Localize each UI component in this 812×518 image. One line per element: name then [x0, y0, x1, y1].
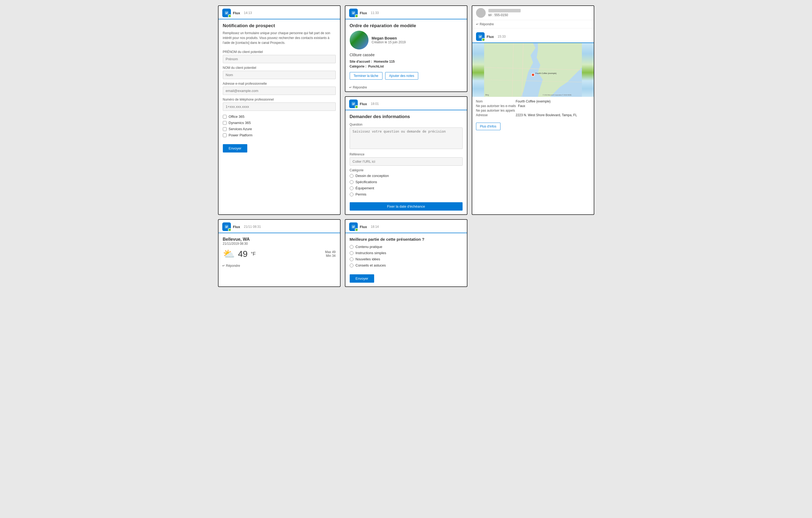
svg-text:Bing: Bing — [485, 94, 489, 96]
flux-icon-5 — [476, 32, 485, 41]
card5-flux-header: Flux 15:33 — [472, 30, 594, 43]
map-email-label: Ne pas autoriser les e-mails — [476, 104, 516, 108]
radio-equipement-input[interactable] — [350, 186, 353, 190]
weather-temperature: 49 — [238, 249, 248, 259]
checkbox-powerplatform-input[interactable] — [223, 133, 227, 137]
svg-text:Fourth Coffee (exemple): Fourth Coffee (exemple) — [535, 72, 557, 75]
svg-rect-12 — [352, 102, 355, 106]
poll-radio-3[interactable] — [350, 257, 353, 261]
map-email-value: Faux — [518, 104, 525, 108]
card2-reply[interactable]: ↵ Répondre — [345, 83, 467, 91]
repair-person-name: Megan Bowen — [372, 36, 406, 40]
checkbox-azure-input[interactable] — [223, 127, 227, 131]
repair-person-info: Megan Bowen Création le 15 juin 2019 — [372, 36, 406, 44]
radio-equipement[interactable]: Équipement — [350, 186, 463, 190]
checkbox-powerplatform[interactable]: Power Platform — [223, 133, 336, 137]
contact-avatar — [476, 8, 486, 18]
map-row-nom: Nom Fourth Coffee (exemple) — [476, 100, 590, 103]
input-email[interactable] — [223, 87, 336, 95]
checkbox-azure-label: Services Azure — [229, 127, 252, 131]
card3-title: Demander des informations — [350, 114, 463, 119]
more-info-button[interactable]: Plus d'infos — [476, 122, 500, 130]
card6-title: Meilleure partie de cette présentation ? — [350, 237, 463, 242]
card-notification-prospect: Flux 14:13 Notification de prospect Remp… — [218, 5, 341, 215]
card1-body: Notification de prospect Remplissez un f… — [219, 19, 340, 156]
card4-header: Flux 21/11 08:31 — [219, 220, 340, 233]
poll-radio-2[interactable] — [350, 251, 353, 255]
label-email: Adresse e-mail professionnelle — [223, 82, 336, 85]
card1-time: 14:13 — [244, 11, 252, 15]
svg-rect-2 — [478, 35, 482, 38]
card3-category-label: Catégorie — [350, 168, 463, 172]
checkbox-dynamics365[interactable]: Dynamics 365 — [223, 121, 336, 125]
card3-reference-label: Référence — [350, 153, 463, 156]
weather-unit: °F — [251, 251, 256, 257]
input-nom[interactable] — [223, 71, 336, 79]
contact-info: tél : 555-0150 — [488, 9, 521, 17]
svg-rect-0 — [225, 11, 229, 15]
card4-body: Bellevue, WA 21/11/2019 08:30 ⛅ 49 °F Ma… — [219, 233, 340, 262]
card-info-request: Flux 18:01 Demander des informations Que… — [345, 96, 467, 215]
card6-radio-group: Contenu pratique Instructions simples No… — [350, 245, 463, 267]
map-row-email: Ne pas autoriser les e-mails Faux — [476, 104, 590, 108]
radio-dessin-label: Dessin de conception — [356, 174, 389, 178]
card4-reply[interactable]: ↵ Répondre — [219, 262, 340, 270]
radio-specs-input[interactable] — [350, 180, 353, 184]
radio-permis-input[interactable] — [350, 193, 353, 196]
checkbox-office365-input[interactable] — [223, 115, 227, 118]
radio-permis[interactable]: Permis — [350, 192, 463, 196]
card2-time: 11:33 — [371, 11, 379, 15]
card2-reply-label: Répondre — [353, 85, 367, 89]
contact-reply-label: Répondre — [480, 22, 494, 26]
card1-app-name: Flux — [233, 11, 240, 15]
svg-rect-14 — [352, 225, 355, 228]
radio-dessin-input[interactable] — [350, 174, 353, 178]
card6-body: Meilleure partie de cette présentation ?… — [345, 233, 467, 287]
card1-header: Flux 14:13 — [219, 6, 340, 19]
add-notes-button[interactable]: Ajouter des notes — [385, 72, 418, 80]
map-adresse-value: 2223 N. West Shore Boulevard, Tampa, FL — [516, 113, 577, 117]
radio-specs[interactable]: Spécifications — [350, 180, 463, 184]
poll-radio-1[interactable] — [350, 245, 353, 249]
card3-question-label: Question — [350, 122, 463, 127]
field-nom: NOM du client potentiel — [223, 66, 336, 79]
repair-issue: Clôture cassée — [350, 53, 463, 57]
card1-submit-button[interactable]: Envoyer — [223, 144, 248, 153]
poll-option-1[interactable]: Contenu pratique — [350, 245, 463, 249]
checkbox-office365[interactable]: Office 365 — [223, 115, 336, 118]
contact-reply[interactable]: ↵ Répondre — [472, 20, 594, 28]
svg-rect-1 — [352, 11, 355, 15]
repair-category-value: PunchList — [368, 64, 384, 68]
card2-header: Flux 11:33 — [345, 6, 467, 19]
repair-category-label: Catégorie : — [350, 64, 367, 68]
radio-dessin[interactable]: Dessin de conception — [350, 174, 463, 178]
map-nom-label: Nom — [476, 100, 514, 103]
card3-question-input[interactable] — [350, 128, 463, 149]
flux-icon-6 — [349, 222, 358, 231]
card3-header: Flux 18:01 — [345, 97, 467, 110]
card6-submit-button[interactable]: Envoyer — [350, 274, 374, 283]
poll-label-4: Conseils et astuces — [356, 263, 386, 267]
poll-radio-4[interactable] — [350, 264, 353, 267]
map-svg: Fourth Coffee (exemple) Bing © 2019 Micr… — [472, 43, 594, 97]
card4-reply-label: Répondre — [226, 264, 240, 268]
poll-label-1: Contenu pratique — [356, 245, 382, 249]
input-phone[interactable] — [223, 103, 336, 111]
contact-header: tél : 555-0150 — [472, 6, 594, 20]
card3-reference-input[interactable] — [350, 157, 463, 166]
checkbox-dynamics365-input[interactable] — [223, 121, 227, 125]
map-appel-label: Ne pas autoriser les appels — [476, 109, 515, 112]
checkbox-azure[interactable]: Services Azure — [223, 127, 336, 131]
poll-option-2[interactable]: Instructions simples — [350, 251, 463, 255]
contact-phone: tél : 555-0150 — [488, 13, 521, 17]
poll-option-3[interactable]: Nouvelles idées — [350, 257, 463, 261]
deadline-button[interactable]: Fixer la date d'échéance — [350, 202, 463, 211]
card3-time: 18:01 — [371, 102, 379, 106]
label-nom: NOM du client potentiel — [223, 66, 336, 70]
input-prenom[interactable] — [223, 55, 336, 63]
card-weather: Flux 21/11 08:31 Bellevue, WA 21/11/2019… — [218, 219, 341, 287]
complete-task-button[interactable]: Terminer la tâche — [350, 72, 382, 80]
poll-option-4[interactable]: Conseils et astuces — [350, 263, 463, 267]
label-prenom: PRÉNOM du client potentiel — [223, 50, 336, 54]
repair-site: Site d'accueil : Homesite 115 — [350, 60, 463, 63]
